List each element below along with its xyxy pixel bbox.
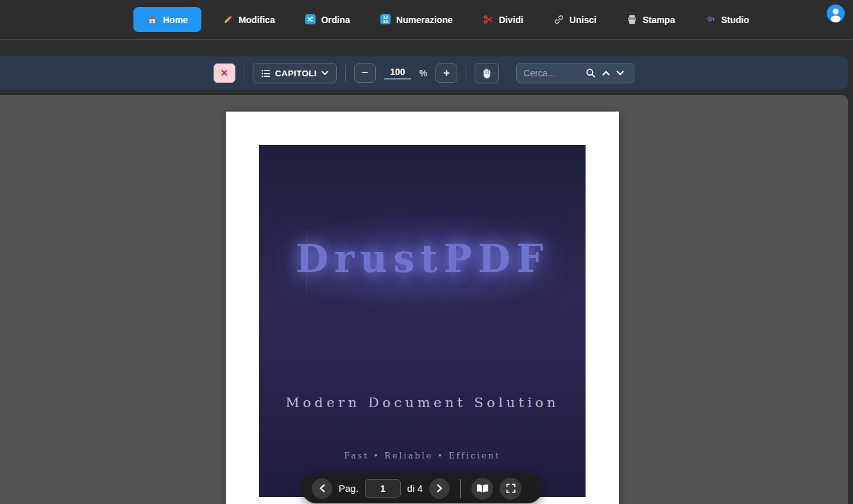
next-page-button[interactable] xyxy=(429,478,450,499)
chevron-down-icon xyxy=(616,71,624,76)
nav-item-dividi[interactable]: Dividi xyxy=(483,14,523,25)
chevron-up-icon xyxy=(602,71,610,76)
nav-item-home[interactable]: Home xyxy=(133,7,201,32)
nav-item-label: Stampa xyxy=(643,15,675,25)
numbers-icon: 1234 xyxy=(380,14,391,25)
page-controls: Pag. di 4 xyxy=(301,473,543,503)
shuffle-icon xyxy=(305,14,316,25)
app-window: Home Modifica Ordina 1234 Numerazione xyxy=(0,0,853,504)
pdf-cover-image: # DrustPDF Modern Document Solution Fast… xyxy=(259,145,586,497)
plus-icon: + xyxy=(443,67,450,80)
zoom-out-button[interactable]: − xyxy=(354,63,376,83)
viewer-canvas[interactable]: # DrustPDF Modern Document Solution Fast… xyxy=(0,95,848,504)
graduation-cap-icon xyxy=(705,14,716,25)
home-icon xyxy=(147,14,158,25)
cover-title: DrustPDF xyxy=(259,237,586,281)
nav-items: Home Modifica Ordina 1234 Numerazione xyxy=(133,7,749,32)
cover-tagline: Fast • Reliable • Efficient xyxy=(259,451,586,460)
nav-item-label: Dividi xyxy=(499,15,523,25)
nav-item-label: Numerazione xyxy=(396,15,453,25)
chapters-dropdown[interactable]: CAPITOLI xyxy=(253,63,337,83)
printer-icon xyxy=(627,14,638,25)
page-label: Pag. xyxy=(339,483,359,494)
svg-text:34: 34 xyxy=(382,19,388,24)
pager-divider xyxy=(460,479,461,498)
chapters-label: CAPITOLI xyxy=(275,69,317,78)
fullscreen-button[interactable] xyxy=(500,478,521,500)
close-icon: ✕ xyxy=(220,67,228,79)
zoom-in-button[interactable]: + xyxy=(435,63,457,83)
user-avatar-icon[interactable] xyxy=(827,4,845,22)
toolbar-divider xyxy=(466,65,466,81)
viewer-toolbar: ✕ CAPITOLI − % + xyxy=(0,56,848,90)
top-navbar: Home Modifica Ordina 1234 Numerazione xyxy=(0,0,853,40)
nav-item-unisci[interactable]: Unisci xyxy=(553,14,596,25)
percent-label: % xyxy=(419,68,427,78)
toolbar-divider xyxy=(244,65,244,81)
hand-tool-button[interactable] xyxy=(475,63,499,83)
search-prev-button[interactable] xyxy=(599,69,613,78)
zoom-level-input[interactable] xyxy=(384,67,411,80)
book-icon xyxy=(477,483,489,494)
toolbar-divider xyxy=(345,65,346,81)
close-button[interactable]: ✕ xyxy=(214,63,235,83)
search-button[interactable] xyxy=(582,66,599,80)
nav-item-stampa[interactable]: Stampa xyxy=(627,14,675,25)
chevron-left-icon xyxy=(319,484,325,492)
page-count-label: di 4 xyxy=(407,483,423,494)
pencil-icon xyxy=(223,14,233,25)
pdf-page: # DrustPDF Modern Document Solution Fast… xyxy=(226,112,619,504)
nav-item-studio[interactable]: Studio xyxy=(705,14,749,25)
nav-item-label: Ordina xyxy=(321,15,350,25)
chevron-down-icon xyxy=(321,71,328,76)
bookmarks-button[interactable] xyxy=(471,478,493,500)
nav-item-modifica[interactable]: Modifica xyxy=(223,14,275,25)
list-icon xyxy=(261,69,271,78)
cover-subtitle: Modern Document Solution xyxy=(259,395,586,410)
nav-item-label: Home xyxy=(163,15,188,25)
search-icon xyxy=(586,68,596,78)
hand-icon xyxy=(482,68,493,79)
fullscreen-icon xyxy=(506,483,516,493)
nav-item-label: Studio xyxy=(721,15,749,25)
nav-item-label: Unisci xyxy=(570,15,596,25)
nav-item-label: Modifica xyxy=(239,15,275,25)
search-input[interactable] xyxy=(523,68,582,78)
search-bar xyxy=(516,63,634,83)
link-icon xyxy=(553,14,564,25)
chevron-right-icon xyxy=(437,484,443,492)
scissors-icon xyxy=(483,14,494,25)
nav-item-numerazione[interactable]: 1234 Numerazione xyxy=(380,14,453,25)
prev-page-button[interactable] xyxy=(312,478,332,499)
minus-icon: − xyxy=(362,67,368,80)
search-next-button[interactable] xyxy=(613,69,627,78)
page-number-input[interactable] xyxy=(365,479,401,498)
nav-item-ordina[interactable]: Ordina xyxy=(305,14,350,25)
